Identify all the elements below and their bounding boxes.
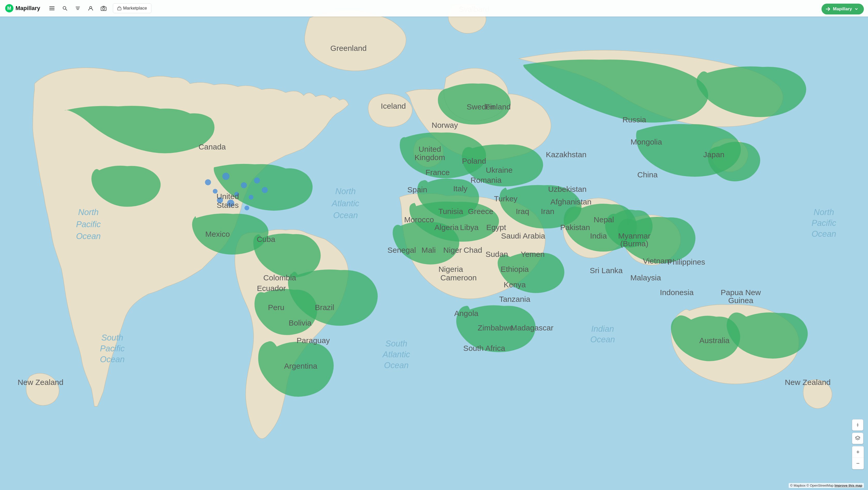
svg-text:Guinea: Guinea	[728, 296, 753, 305]
user-icon	[88, 6, 93, 11]
svg-text:Finland: Finland	[485, 102, 511, 111]
map-container: North Pacific Ocean North Atlantic Ocean…	[0, 0, 868, 490]
svg-point-3	[254, 177, 260, 183]
mapillary-btn-label: Mapillary	[833, 6, 852, 11]
svg-text:Indonesia: Indonesia	[660, 288, 694, 297]
svg-text:Algeria: Algeria	[435, 223, 459, 232]
svg-text:Pakistan: Pakistan	[560, 223, 590, 232]
svg-text:Ocean: Ocean	[384, 361, 408, 370]
svg-text:Pacific: Pacific	[100, 344, 125, 353]
svg-text:(Burma): (Burma)	[620, 239, 648, 248]
svg-text:Mongolia: Mongolia	[630, 138, 662, 146]
svg-point-9	[205, 179, 211, 185]
svg-text:China: China	[637, 170, 658, 179]
svg-text:Japan: Japan	[703, 150, 724, 159]
navbar: M Mapillary	[0, 0, 868, 17]
svg-text:Greece: Greece	[468, 207, 493, 216]
svg-text:Philippines: Philippines	[668, 258, 705, 266]
svg-text:Yemen: Yemen	[521, 250, 545, 258]
svg-point-5	[249, 195, 253, 200]
svg-text:Uzbekistan: Uzbekistan	[548, 185, 587, 193]
svg-text:Italy: Italy	[453, 184, 467, 193]
user-button[interactable]	[85, 3, 96, 14]
compass-button[interactable]	[852, 419, 863, 431]
svg-text:France: France	[426, 168, 450, 176]
svg-text:Ukraine: Ukraine	[486, 166, 513, 174]
svg-rect-105	[49, 8, 55, 9]
zoom-in-button[interactable]: +	[852, 446, 864, 458]
marketplace-icon	[117, 6, 121, 10]
improve-map-link[interactable]: Improve this map	[834, 484, 862, 487]
svg-text:Ethiopia: Ethiopia	[501, 265, 529, 273]
svg-text:Canada: Canada	[199, 142, 226, 151]
svg-marker-118	[855, 436, 860, 438]
zoom-out-button[interactable]: −	[852, 458, 864, 469]
svg-text:North: North	[814, 207, 834, 217]
svg-text:Pacific: Pacific	[76, 220, 100, 229]
svg-text:South: South	[385, 339, 407, 348]
svg-text:Russia: Russia	[622, 116, 646, 124]
svg-text:Romania: Romania	[470, 176, 502, 184]
map-controls: + −	[852, 419, 864, 469]
svg-text:Tanzania: Tanzania	[499, 295, 530, 303]
svg-text:Sudan: Sudan	[486, 250, 508, 258]
search-icon	[62, 6, 67, 11]
svg-point-1	[222, 173, 230, 180]
svg-text:North: North	[78, 207, 99, 217]
svg-text:South Africa: South Africa	[463, 344, 505, 352]
svg-point-6	[262, 187, 268, 193]
svg-text:Nigeria: Nigeria	[438, 265, 463, 273]
zoom-out-label: −	[857, 461, 860, 466]
logo-area[interactable]: M Mapillary	[5, 4, 40, 12]
mapbox-attribution: © Mapbox	[790, 484, 805, 487]
layers-button[interactable]	[852, 433, 863, 444]
svg-text:Iran: Iran	[541, 207, 554, 216]
svg-text:Ocean: Ocean	[811, 229, 836, 238]
svg-text:Kazakhstan: Kazakhstan	[546, 150, 586, 159]
mapillary-account-button[interactable]: Mapillary	[822, 4, 864, 14]
svg-text:Pacific: Pacific	[811, 219, 836, 228]
svg-text:Greenland: Greenland	[331, 44, 367, 53]
svg-text:Argentina: Argentina	[284, 362, 317, 370]
camera-button[interactable]	[98, 3, 109, 14]
svg-text:Ecuador: Ecuador	[257, 284, 286, 293]
svg-text:Brazil: Brazil	[315, 303, 334, 312]
svg-text:South: South	[101, 333, 123, 342]
svg-text:Libya: Libya	[460, 223, 479, 232]
mapillary-nav-icon	[825, 6, 831, 12]
svg-text:New Zealand: New Zealand	[18, 378, 63, 387]
mapillary-logo-icon: M	[5, 4, 13, 12]
marketplace-button[interactable]: Marketplace	[113, 3, 151, 13]
svg-text:Bolivia: Bolivia	[288, 319, 312, 327]
svg-text:Senegal: Senegal	[388, 246, 416, 254]
attribution: © Mapbox © OpenStreetMap Improve this ma…	[789, 483, 864, 488]
svg-text:New Zealand: New Zealand	[785, 378, 831, 387]
svg-text:Malaysia: Malaysia	[630, 273, 661, 282]
svg-text:Turkey: Turkey	[494, 194, 518, 203]
svg-text:Afghanistan: Afghanistan	[551, 197, 592, 206]
menu-button[interactable]	[46, 3, 58, 14]
search-button[interactable]	[59, 3, 70, 14]
svg-text:Ocean: Ocean	[590, 335, 615, 344]
zoom-in-label: +	[857, 449, 860, 455]
svg-text:Iceland: Iceland	[381, 102, 406, 110]
svg-rect-106	[49, 9, 55, 10]
svg-text:Australia: Australia	[699, 336, 730, 345]
nav-icons: Marketplace	[46, 3, 151, 14]
svg-text:Poland: Poland	[462, 157, 486, 165]
svg-text:Angola: Angola	[454, 309, 478, 318]
camera-icon	[101, 6, 106, 11]
svg-text:Myanmar: Myanmar	[618, 232, 650, 240]
svg-point-112	[90, 6, 92, 8]
compass-icon	[855, 422, 861, 428]
svg-text:Mali: Mali	[422, 246, 436, 254]
svg-text:Spain: Spain	[407, 185, 427, 194]
svg-text:India: India	[590, 232, 607, 240]
expand-icon	[854, 7, 859, 11]
svg-text:United: United	[418, 145, 441, 153]
svg-text:Tunisia: Tunisia	[438, 207, 463, 216]
marketplace-label: Marketplace	[123, 6, 147, 11]
svg-text:Ocean: Ocean	[76, 232, 100, 241]
svg-text:Paraguay: Paraguay	[297, 336, 330, 345]
filter-button[interactable]	[72, 3, 84, 14]
